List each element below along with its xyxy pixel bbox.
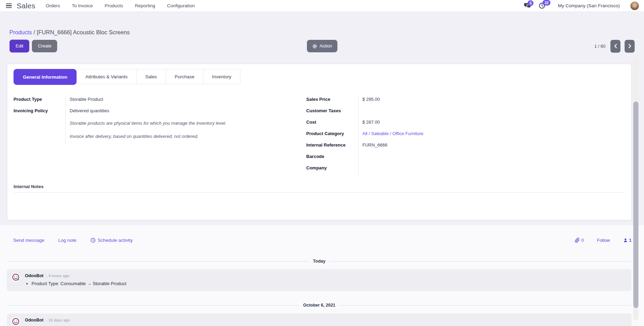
vertical-scrollbar-thumb[interactable] (633, 102, 638, 308)
chevron-left-icon (614, 44, 617, 49)
product-type-help-text: Storable products are physical items for… (65, 117, 306, 131)
field-label: Barcode (306, 152, 358, 159)
form-right-column: Sales Price $ 295.00 Customer Taxes Cost… (306, 95, 625, 175)
field-label: Company (306, 163, 358, 170)
breadcrumb-products-link[interactable]: Products (9, 29, 32, 35)
pager-previous-button[interactable] (610, 40, 620, 53)
form-sheet: General Information Attributes & Variant… (7, 64, 632, 220)
menu-to-invoice[interactable]: To Invoice (72, 3, 93, 8)
odoobot-smiley-icon (11, 273, 20, 282)
field-company: Company (306, 163, 625, 175)
tab-purchase[interactable]: Purchase (166, 69, 203, 84)
schedule-clock-icon (90, 238, 96, 243)
apps-menu-icon[interactable] (3, 1, 14, 10)
followers-button[interactable]: 1 (623, 238, 632, 243)
message-card: OdooBot - 16 days ago Product Template c… (7, 314, 632, 326)
field-label: Sales Price (306, 95, 358, 102)
field-value: Storable Product (65, 95, 306, 106)
field-internal-reference: Internal Reference FURN_6666 (306, 140, 625, 152)
tab-inventory[interactable]: Inventory (203, 69, 240, 84)
menu-products[interactable]: Products (105, 3, 123, 8)
menu-configuration[interactable]: Configuration (167, 3, 195, 8)
field-value: $ 295.00 (358, 95, 625, 106)
app-title[interactable]: Sales (17, 2, 35, 10)
product-category-link[interactable]: All / Saleable / Office Furniture (358, 129, 625, 140)
field-product-category: Product Category All / Saleable / Office… (306, 129, 625, 140)
field-invoicing-policy: Invoicing Policy Delivered quantities (14, 106, 306, 117)
invoicing-policy-help-text: Invoice after delivery, based on quantit… (65, 131, 306, 144)
field-barcode: Barcode (306, 152, 625, 163)
field-value (358, 152, 625, 163)
menu-reporting[interactable]: Reporting (135, 3, 155, 8)
tracking-value: Product Type: Consumable → Storable Prod… (32, 281, 126, 286)
edit-button[interactable]: Edit (9, 39, 29, 53)
log-note-button[interactable]: Log note (58, 238, 77, 243)
field-value: Delivered quantities (65, 106, 306, 117)
field-value: $ 287.00 (358, 117, 625, 129)
vertical-scrollbar-track[interactable] (633, 60, 638, 320)
messages-badge: 5 (528, 0, 533, 6)
action-button[interactable]: Action (307, 40, 337, 52)
send-message-button[interactable]: Send message (13, 238, 44, 243)
chatter: Send message Log note Schedule activity … (0, 225, 644, 326)
field-value (358, 163, 625, 175)
tab-general-information[interactable]: General Information (14, 69, 77, 85)
schedule-activity-label: Schedule activity (98, 238, 133, 243)
internal-notes-divider (14, 192, 625, 193)
control-panel: Products / [FURN_6666] Acoustic Bloc Scr… (0, 12, 644, 53)
attachments-button[interactable]: 0 (575, 238, 584, 243)
message-timestamp: - 16 days ago (46, 318, 70, 322)
field-label: Product Type (14, 95, 65, 102)
paperclip-icon (575, 238, 580, 243)
field-product-type: Product Type Storable Product (14, 95, 306, 106)
form-left-column: Product Type Storable Product Invoicing … (14, 95, 306, 175)
breadcrumb-current: [FURN_6666] Acoustic Bloc Screens (37, 29, 130, 35)
tab-sales[interactable]: Sales (136, 69, 166, 84)
user-avatar[interactable] (630, 1, 639, 10)
main-menu: Orders To Invoice Products Reporting Con… (46, 3, 195, 8)
message-content: OdooBot - 16 days ago Product Template c… (25, 317, 76, 326)
tab-attributes-variants[interactable]: Attributes & Variants (76, 69, 136, 84)
field-label: Internal Reference (306, 140, 358, 148)
gear-icon (312, 44, 317, 49)
systray: 5 32 My Company (San Francisco) (524, 1, 641, 10)
field-value (358, 106, 625, 117)
message-body: Product Type: Consumable → Storable Prod… (25, 281, 126, 286)
help-text-row: Invoice after delivery, based on quantit… (14, 131, 306, 144)
field-value: FURN_6666 (358, 140, 625, 152)
top-navbar: Sales Orders To Invoice Products Reporti… (0, 0, 644, 12)
help-text-row: Storable products are physical items for… (14, 117, 306, 131)
messages-tray-button[interactable]: 5 (524, 3, 531, 9)
control-panel-buttons: Edit Create Action 1 / 60 (9, 39, 635, 53)
field-label: Customer Taxes (306, 106, 358, 113)
action-button-label: Action (319, 43, 332, 49)
chatter-meta: 0 Follow 1 (575, 238, 632, 243)
follow-button[interactable]: Follow (597, 238, 610, 243)
date-divider-october: October 6, 2021 (7, 303, 632, 308)
create-button[interactable]: Create (32, 40, 57, 52)
company-switcher[interactable]: My Company (San Francisco) (558, 3, 620, 8)
odoobot-smiley-icon (11, 317, 20, 326)
menu-orders[interactable]: Orders (46, 3, 60, 8)
pager-next-button[interactable] (625, 40, 635, 53)
message-author[interactable]: OdooBot (25, 273, 43, 278)
message-timestamp: - 4 hours ago (46, 274, 69, 278)
message-card: OdooBot - 4 hours ago Product Type: Cons… (7, 269, 632, 291)
pager: 1 / 60 (594, 40, 635, 53)
followers-count: 1 (629, 238, 632, 243)
hamburger-icon (6, 3, 12, 8)
activities-tray-button[interactable]: 32 (539, 2, 545, 9)
person-icon (623, 238, 628, 243)
message-author[interactable]: OdooBot (25, 318, 43, 323)
date-divider-today: Today (7, 259, 632, 264)
general-information-panel: Product Type Storable Product Invoicing … (14, 95, 625, 175)
schedule-activity-button[interactable]: Schedule activity (90, 238, 133, 243)
breadcrumb-separator: / (34, 29, 35, 35)
odoobot-avatar (11, 317, 20, 326)
breadcrumb: Products / [FURN_6666] Acoustic Bloc Scr… (9, 29, 635, 36)
internal-notes-label: Internal Notes (14, 184, 625, 189)
field-sales-price: Sales Price $ 295.00 (306, 95, 625, 106)
chevron-right-icon (628, 44, 632, 49)
notebook-tabs: General Information Attributes & Variant… (14, 69, 625, 85)
field-label: Product Category (306, 129, 358, 136)
